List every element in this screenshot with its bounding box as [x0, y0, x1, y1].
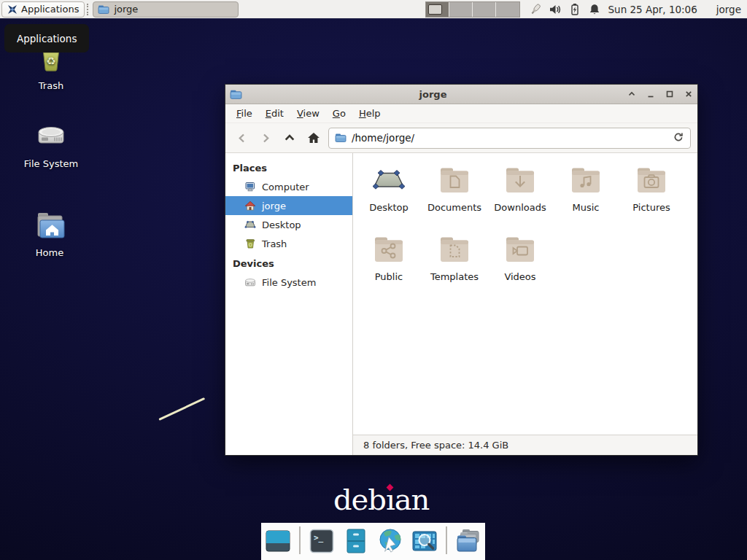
workspace-2[interactable] [449, 2, 473, 17]
sidebar-item-label: jorge [262, 201, 286, 211]
panel-user-menu[interactable]: jorge [716, 4, 741, 15]
folder-item-pictures[interactable]: Pictures [619, 163, 684, 233]
workspace-4[interactable] [496, 2, 519, 17]
close-icon [684, 90, 693, 98]
terminal-icon: >_ [308, 527, 336, 555]
debian-logo-i: ı [386, 483, 395, 516]
file-cabinet-icon [342, 527, 370, 555]
window-title: jorge [249, 89, 617, 100]
app-finder-launcher[interactable] [410, 526, 439, 556]
folder-label: Desktop [369, 202, 409, 213]
battery-charging-icon[interactable] [568, 3, 581, 16]
dock-separator [299, 526, 301, 554]
folder-item-videos[interactable]: Videos [487, 233, 553, 302]
taskbar-window-label: jorge [114, 4, 138, 15]
xfce-pinwheel-icon [7, 4, 18, 15]
forward-icon [260, 132, 272, 144]
home-icon [306, 131, 321, 145]
app-finder-icon [411, 527, 438, 555]
audio-volume-icon[interactable] [549, 3, 562, 16]
show-desktop-icon [263, 527, 293, 555]
desktop-icon-label: Home [36, 247, 63, 258]
folder-item-public[interactable]: Public [356, 233, 422, 302]
desktop-icon-home[interactable]: Home [9, 206, 90, 258]
computer-icon [244, 181, 256, 192]
workspace-3[interactable] [473, 2, 496, 17]
path-input[interactable]: /home/jorge/ [328, 128, 691, 149]
folder-label: Videos [504, 271, 535, 282]
tooltip-text: Applications [17, 33, 77, 44]
taskbar-window-button[interactable]: jorge [93, 1, 239, 18]
folder-item-desktop[interactable]: Desktop [356, 163, 422, 233]
sidebar-item-trash[interactable]: Trash [225, 234, 352, 253]
dotted-document-glyph-icon [437, 233, 472, 268]
workspace-pager[interactable] [425, 1, 520, 18]
path-text: /home/jorge/ [352, 132, 414, 144]
folder-label: Documents [427, 202, 481, 213]
desktop-icon-file-system[interactable]: File System [10, 118, 92, 169]
chevron-up-icon [627, 90, 636, 98]
menu-help[interactable]: Help [352, 105, 387, 122]
folder-icon-view[interactable]: Desktop Documents [353, 153, 697, 435]
sidebar-item-computer[interactable]: Computer [225, 177, 352, 196]
maximize-icon [665, 90, 674, 98]
folder-item-documents[interactable]: Documents [422, 163, 487, 233]
folder-label: Music [573, 202, 600, 213]
home-button[interactable] [304, 128, 323, 147]
terminal-launcher[interactable]: >_ [307, 526, 336, 556]
sidebar-item-jorge[interactable]: jorge [225, 196, 352, 215]
back-button[interactable] [232, 128, 251, 147]
workspace-1[interactable] [426, 2, 449, 17]
desktop-pad-icon [371, 163, 406, 198]
folder-item-templates[interactable]: Templates [422, 233, 487, 302]
folder-label: Templates [430, 271, 479, 282]
sidebar-places-header: Places [225, 158, 352, 177]
menu-edit[interactable]: Edit [259, 105, 290, 122]
folder-item-downloads[interactable]: Downloads [487, 163, 553, 233]
sidebar-item-label: Desktop [262, 219, 301, 230]
home-folder-icon [31, 206, 69, 244]
file-manager-folders-icon [454, 527, 483, 555]
svg-text:>_: >_ [314, 533, 324, 542]
titlebar[interactable]: jorge [225, 85, 697, 104]
up-button[interactable] [280, 128, 299, 147]
top-panel: Applications jorge [0, 0, 747, 19]
reload-button[interactable] [673, 131, 684, 145]
file-manager-launcher[interactable] [454, 526, 483, 556]
menu-go[interactable]: Go [326, 105, 352, 122]
desktop-icon-label: File System [24, 158, 78, 169]
menu-file[interactable]: File [230, 105, 259, 122]
file-manager-window: jorge File Edit View Go Help [225, 84, 698, 456]
minimize-icon [646, 90, 655, 98]
svg-text:♻: ♻ [46, 55, 55, 68]
debian-logo-text: an [395, 483, 430, 516]
hard-drive-icon [33, 118, 69, 155]
maximize-button[interactable] [665, 90, 674, 99]
minimize-button[interactable] [646, 90, 655, 99]
shade-button[interactable] [627, 90, 636, 99]
show-desktop-button[interactable] [263, 526, 293, 556]
sidebar-item-desktop[interactable]: Desktop [225, 215, 352, 234]
file-cabinet-launcher[interactable] [341, 526, 371, 556]
reload-icon [673, 131, 684, 143]
statusbar: 8 folders, Free space: 14.4 GiB [353, 435, 697, 455]
folder-label: Downloads [494, 202, 546, 213]
close-button[interactable] [684, 90, 693, 99]
applications-tooltip: Applications [4, 24, 89, 52]
drive-icon [244, 276, 256, 288]
web-browser-launcher[interactable] [376, 526, 405, 556]
blue-folder-icon [98, 4, 109, 15]
window-controls [617, 90, 693, 99]
applications-menu-button[interactable]: Applications [1, 1, 85, 18]
notifications-bell-icon[interactable] [588, 3, 601, 16]
sidebar-item-file-system[interactable]: File System [225, 273, 352, 292]
input-device-icon[interactable] [529, 3, 542, 16]
forward-button[interactable] [256, 128, 275, 147]
up-icon [283, 131, 296, 144]
folder-item-music[interactable]: Music [553, 163, 619, 233]
panel-clock[interactable]: Sun 25 Apr, 10:06 [608, 4, 697, 15]
music-notes-glyph-icon [568, 163, 603, 198]
menu-view[interactable]: View [290, 105, 326, 122]
back-icon [236, 132, 248, 144]
wallpaper-line-art [158, 397, 205, 421]
